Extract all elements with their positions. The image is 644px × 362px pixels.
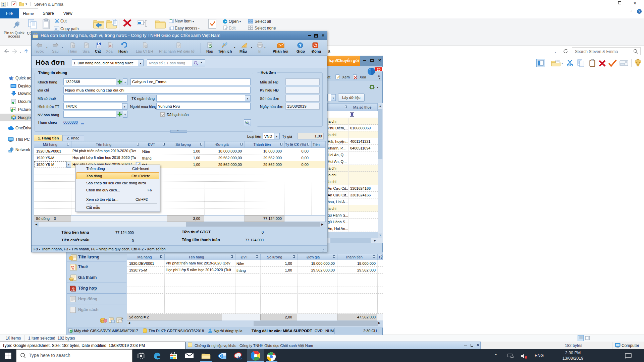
svg-text:CÁI: CÁI xyxy=(71,289,75,291)
svg-text:?: ? xyxy=(299,43,302,48)
svg-text:%: % xyxy=(72,267,74,270)
